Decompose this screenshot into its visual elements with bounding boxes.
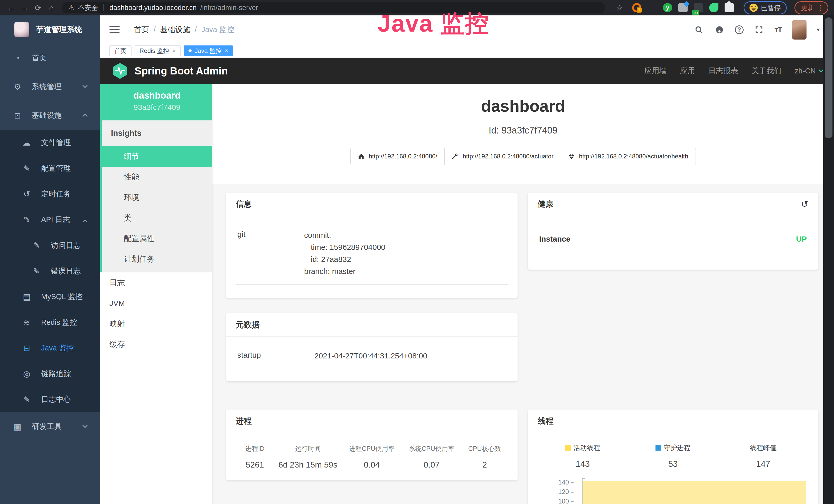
page-scrollbar[interactable] <box>823 16 834 504</box>
cpu-cores: 2 <box>462 460 508 469</box>
forward-icon[interactable]: → <box>19 2 30 13</box>
instance-header[interactable]: dashboard 93a3fc7f7409 <box>102 84 212 120</box>
grid-extension-icon[interactable] <box>678 3 687 12</box>
sba-menu-caches[interactable]: 缓存 <box>100 334 212 354</box>
health-card: 健康 ↺ Instance UP <box>528 192 818 270</box>
paused-profile-chip[interactable]: 已暂停 <box>744 1 787 15</box>
process-col-header: 进程ID <box>236 444 274 453</box>
sidebar-item-tracing[interactable]: ◎ 链路追踪 <box>0 361 100 387</box>
info-card: 信息 git commit: time: 1596289704000 id: 2… <box>226 192 518 298</box>
wrench-icon <box>452 153 459 160</box>
health-url: http://192.168.0.2:48080/actuator/health <box>579 153 688 160</box>
tab-redis-monitor[interactable]: Redis 监控 × <box>135 45 180 56</box>
sidebar-item-scheduled-jobs[interactable]: ↺ 定时任务 <box>0 181 100 207</box>
github-icon[interactable] <box>714 25 725 35</box>
sidebar-item-log-center[interactable]: ✎ 日志中心 <box>0 387 100 412</box>
health-instance-row[interactable]: Instance UP <box>537 228 808 251</box>
tab-java-monitor[interactable]: Java 监控 × <box>184 45 233 56</box>
tab-label: 首页 <box>114 47 127 55</box>
sidebar-item-java-monitor[interactable]: ⊟ Java 监控 <box>0 335 100 361</box>
sidebar-item-label: MySQL 监控 <box>41 292 83 302</box>
home-icon[interactable]: ⌂ <box>46 2 57 13</box>
sidebar-item-error-log[interactable]: ✎ 错误日志 <box>0 258 100 284</box>
sidebar-item-infrastructure[interactable]: ⊡ 基础设施 <box>0 101 100 130</box>
sidebar-item-label: 日志中心 <box>41 394 71 405</box>
sidebar-item-file-management[interactable]: ☁ 文件管理 <box>0 130 100 156</box>
tab-label: Java 监控 <box>195 47 222 55</box>
sba-menu-mappings[interactable]: 映射 <box>100 314 212 334</box>
bookmark-star-icon[interactable]: ☆ <box>616 3 623 12</box>
timer-icon: ↺ <box>21 189 32 199</box>
breadcrumb-infrastructure[interactable]: 基础设施 <box>160 25 190 35</box>
close-icon[interactable]: × <box>225 47 228 54</box>
sba-brand[interactable]: Spring Boot Admin <box>111 62 228 79</box>
actuator-url: http://192.168.0.2:48080/actuator <box>463 153 553 160</box>
sidebar-item-config-management[interactable]: ✎ 配置管理 <box>0 156 100 181</box>
close-icon[interactable]: × <box>172 47 176 54</box>
history-icon[interactable]: ↺ <box>801 199 809 209</box>
switch-extension-icon[interactable]: on <box>694 3 703 12</box>
sidebar-item-mysql-monitor[interactable]: ▤ MySQL 监控 <box>0 284 100 310</box>
sidebar-item-home[interactable]: ◔ 首页 <box>0 44 100 72</box>
sba-menu-metrics[interactable]: 性能 <box>102 167 212 187</box>
breadcrumb-home[interactable]: 首页 <box>134 25 149 35</box>
metadata-key: startup <box>237 350 314 362</box>
sidebar-item-label: 研发工具 <box>32 421 62 432</box>
health-url-button[interactable]: http://192.168.0.2:48080/actuator/health <box>561 147 696 165</box>
tab-home[interactable]: 首页 <box>109 45 132 56</box>
log-icon: ✎ <box>21 215 32 225</box>
extension-icon[interactable]: 1 <box>632 3 641 12</box>
locale-selector[interactable]: zh-CN <box>795 67 823 75</box>
collapse-sidebar-icon[interactable] <box>109 26 120 33</box>
sba-menu-jvm[interactable]: JVM <box>100 293 212 314</box>
instance-name: dashboard <box>102 90 212 101</box>
sidebar-item-label: 基础设施 <box>32 110 62 121</box>
legend-label: 守护进程 <box>664 443 690 452</box>
service-url-button[interactable]: http://192.168.0.2:48080/ <box>350 147 445 165</box>
actuator-url-button[interactable]: http://192.168.0.2:48080/actuator <box>445 147 561 165</box>
sba-menu-environment[interactable]: 环境 <box>102 187 212 208</box>
process-uptime: 6d 23h 15m 59s <box>274 460 342 469</box>
browser-menu-icon[interactable]: ⋮ <box>817 4 824 12</box>
sba-nav-wallboard[interactable]: 应用墙 <box>644 66 667 76</box>
sidebar-item-api-log[interactable]: ✎ API 日志 <box>0 207 100 233</box>
sidebar-item-label: 访问日志 <box>51 240 81 251</box>
search-icon[interactable] <box>694 25 704 35</box>
instance-hero: dashboard Id: 93a3fc7f7409 http://192.16… <box>212 84 834 184</box>
git-commit-line: commit: <box>304 229 385 241</box>
sba-menu-details[interactable]: 细节 <box>102 146 212 167</box>
leaf-extension-icon[interactable] <box>709 3 719 12</box>
sba-nav-about[interactable]: 关于我们 <box>751 66 781 76</box>
font-size-icon[interactable]: тT <box>774 25 782 34</box>
sba-nav-applications[interactable]: 应用 <box>680 66 695 76</box>
sba-navbar: Spring Boot Admin 应用墙 应用 日志报表 关于我们 zh-CN <box>100 58 834 84</box>
sidebar-item-dev-tools[interactable]: ▣ 研发工具 <box>0 412 100 441</box>
chevron-down-icon <box>818 68 823 72</box>
puzzle-extensions-icon[interactable] <box>725 3 734 12</box>
avatar-caret-icon[interactable]: ▾ <box>817 26 820 33</box>
sba-menu-scheduled-tasks[interactable]: 计划任务 <box>102 249 212 269</box>
sidebar-item-access-log[interactable]: ✎ 访问日志 <box>0 233 100 258</box>
sidebar-item-redis-monitor[interactable]: ≋ Redis 监控 <box>0 310 100 335</box>
threads-card: 线程 活动线程 143 <box>528 410 818 504</box>
sidebar-item-label: 定时任务 <box>41 189 71 199</box>
sba-menu-classes[interactable]: 类 <box>102 208 212 228</box>
help-icon[interactable]: ? <box>735 25 744 34</box>
fullscreen-icon[interactable] <box>754 25 764 35</box>
address-bar[interactable]: ⚠ 不安全 dashboard.yudao.iocoder.cn /infra/… <box>62 2 605 13</box>
reload-icon[interactable]: ⟳ <box>32 2 44 13</box>
chevron-up-icon <box>83 114 88 119</box>
user-avatar[interactable] <box>792 20 807 40</box>
sba-menu-config-props[interactable]: 配置属性 <box>102 228 212 249</box>
update-browser-button[interactable]: 更新 ⋮ <box>794 1 828 15</box>
app-logo[interactable]: 芋道管理系统 <box>0 16 100 44</box>
sba-menu-logs[interactable]: 日志 <box>100 272 212 293</box>
scrollbar-thumb[interactable] <box>825 18 832 138</box>
y-axis-tick: 100 <box>537 497 574 504</box>
back-icon[interactable]: ← <box>6 2 17 13</box>
sba-nav-journal[interactable]: 日志报表 <box>708 66 738 76</box>
sidebar-item-system[interactable]: ⚙ 系统管理 <box>0 72 100 101</box>
pin-extension-icon[interactable] <box>648 3 657 12</box>
y-extension-icon[interactable]: y <box>663 3 672 12</box>
process-cpu: 0.04 <box>342 460 402 469</box>
